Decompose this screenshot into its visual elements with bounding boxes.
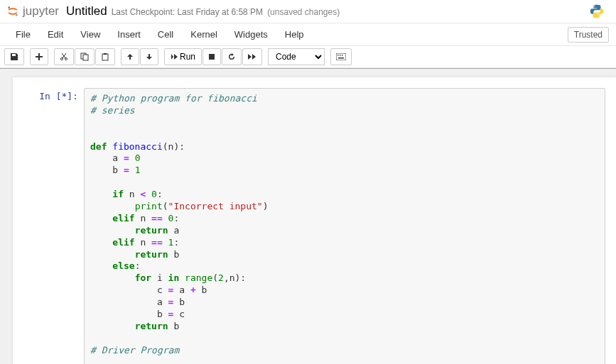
paste-icon — [101, 53, 109, 61]
unsaved-indicator: (unsaved changes) — [267, 7, 340, 17]
menu-kernel[interactable]: Kernel — [182, 25, 226, 44]
svg-point-1 — [16, 14, 18, 16]
plus-icon — [36, 53, 43, 60]
arrow-down-icon — [146, 53, 153, 60]
menu-help[interactable]: Help — [276, 25, 313, 44]
notebook-inner: In [*]: # Python program for fibonacci #… — [13, 77, 616, 364]
toolbar: Run Code — [0, 46, 616, 68]
svg-rect-7 — [83, 55, 88, 60]
jupyter-icon — [7, 6, 18, 17]
save-icon — [10, 53, 18, 61]
stop-icon — [208, 53, 215, 60]
menu-view[interactable]: View — [72, 25, 109, 44]
svg-rect-12 — [337, 55, 339, 56]
run-button[interactable]: Run — [164, 48, 202, 65]
checkpoint-text: Last Checkpoint: Last Friday at 6:58 PM — [112, 7, 263, 17]
svg-rect-8 — [102, 54, 108, 60]
svg-rect-14 — [342, 55, 343, 56]
arrow-up-icon — [126, 53, 134, 60]
svg-point-0 — [8, 6, 10, 9]
notebook-container: In [*]: # Python program for fibonacci #… — [0, 68, 616, 364]
command-palette-button[interactable] — [330, 48, 352, 65]
cell-type-select[interactable]: Code — [268, 48, 325, 65]
code-input[interactable]: # Python program for fibonacci # series … — [84, 88, 605, 364]
fast-forward-icon — [248, 53, 256, 60]
svg-point-3 — [598, 16, 599, 16]
jupyter-logo[interactable]: jupyter — [7, 4, 59, 18]
save-button[interactable] — [4, 48, 24, 65]
svg-rect-13 — [340, 55, 341, 56]
restart-run-all-button[interactable] — [242, 48, 262, 65]
python-kernel-icon[interactable] — [589, 4, 605, 19]
insert-cell-button[interactable] — [30, 48, 48, 65]
restart-button[interactable] — [222, 48, 242, 65]
run-icon — [171, 53, 178, 60]
move-up-button[interactable] — [121, 48, 139, 65]
code-cell[interactable]: In [*]: # Python program for fibonacci #… — [13, 84, 616, 364]
restart-icon — [227, 53, 236, 61]
svg-rect-9 — [104, 53, 107, 55]
keyboard-icon — [336, 53, 346, 60]
notebook-header: jupyter Untitled Last Checkpoint: Last F… — [0, 0, 616, 23]
menu-file[interactable]: File — [7, 25, 39, 44]
svg-point-2 — [594, 6, 595, 6]
menu-bar: File Edit View Insert Cell Kernel Widget… — [0, 23, 616, 46]
trusted-indicator[interactable]: Trusted — [568, 27, 609, 43]
paste-button[interactable] — [95, 48, 115, 65]
copy-icon — [80, 53, 89, 61]
code-content[interactable]: # Python program for fibonacci # series … — [90, 93, 599, 364]
cut-button[interactable] — [54, 48, 74, 65]
menu-edit[interactable]: Edit — [39, 25, 72, 44]
input-prompt: In [*]: — [13, 88, 84, 364]
interrupt-button[interactable] — [202, 48, 221, 65]
menu-insert[interactable]: Insert — [109, 25, 149, 44]
notebook-title[interactable]: Untitled — [66, 4, 107, 18]
svg-rect-11 — [336, 53, 346, 60]
svg-rect-15 — [338, 57, 344, 59]
run-label: Run — [180, 52, 195, 62]
menu-widgets[interactable]: Widgets — [226, 25, 276, 44]
menu-cell[interactable]: Cell — [149, 25, 182, 44]
move-down-button[interactable] — [140, 48, 158, 65]
copy-button[interactable] — [75, 48, 94, 65]
cut-icon — [60, 53, 68, 61]
title-area: Untitled Last Checkpoint: Last Friday at… — [66, 4, 340, 18]
svg-rect-10 — [209, 54, 215, 60]
jupyter-brand-text: jupyter — [23, 4, 59, 18]
